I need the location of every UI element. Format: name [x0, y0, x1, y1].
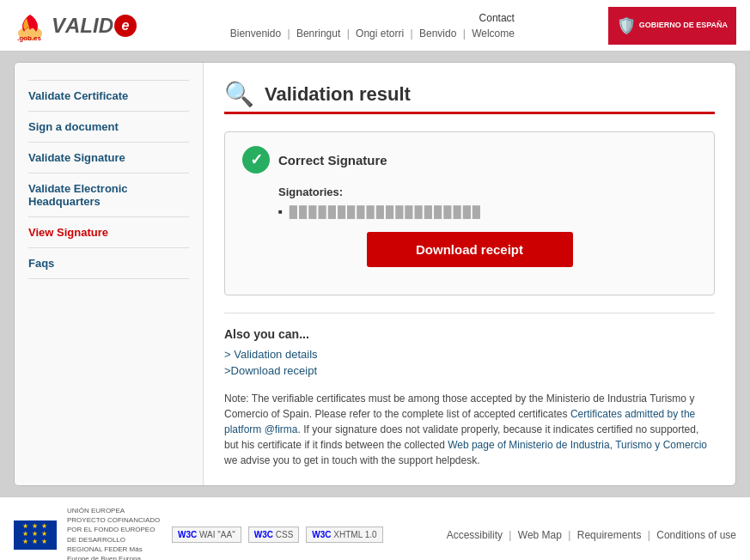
sidebar-item-sign-doc[interactable]: Sign a document: [28, 112, 189, 143]
also-download-receipt[interactable]: >Download receipt: [224, 364, 715, 377]
title-underline: [224, 112, 715, 114]
footer-left: ★ ★ ★★ ★ ★★ ★ ★ UNIÓN EUROPEA PROYECTO C…: [14, 506, 383, 560]
main-wrapper: Validate Certificate Sign a document Val…: [0, 52, 750, 496]
page-title: Validation result: [265, 83, 411, 106]
eu-text: UNIÓN EUROPEA PROYECTO COFINANCIADO POR …: [67, 506, 162, 560]
validation-icon: 🔍: [224, 80, 254, 108]
also-section: Also you can... > Validation details >Do…: [224, 313, 715, 377]
valide-e-circle: e: [114, 15, 137, 37]
check-icon: ✓: [242, 146, 270, 173]
valide-text-v: V: [52, 14, 65, 38]
signatory-name: ████████████████████: [290, 205, 482, 218]
badge-row: W3C WAI "AA" W3C CSS W3C XHTML 1.0: [172, 527, 383, 543]
note-link-ministerio[interactable]: Web page of Ministerio de Industria, Tur…: [448, 439, 707, 451]
sidebar-item-faqs[interactable]: Faqs: [28, 248, 189, 279]
gov-logo-text: GOBIERNO DE ESPAÑA: [639, 21, 728, 31]
footer-links: Accessibility | Web Map | Requirements |…: [447, 529, 736, 541]
header-nav: Contact Bienvenido | Benringut | Ongi et…: [230, 12, 515, 40]
gov-logo: 🛡️ GOBIERNO DE ESPAÑA: [608, 7, 736, 45]
sidebar: Validate Certificate Sign a document Val…: [15, 63, 204, 485]
footer-accessibility[interactable]: Accessibility: [447, 529, 503, 541]
css-badge: W3C CSS: [248, 527, 300, 543]
note-text-after: we advise you to get in touch with the s…: [224, 454, 480, 466]
signatory-bullet: ■: [278, 208, 283, 216]
also-title: Also you can...: [224, 327, 715, 341]
valide-text-alid: ALID: [65, 14, 113, 38]
page-title-row: 🔍 Validation result: [224, 80, 715, 108]
sidebar-item-view-sig[interactable]: View Signature: [28, 217, 189, 248]
correct-sig-row: ✓ Correct Signature: [242, 146, 697, 173]
nav-welcome[interactable]: Welcome: [472, 27, 515, 40]
sidebar-item-validate-hq[interactable]: Validate Electronic Headquarters: [28, 173, 189, 217]
nav-benringut[interactable]: Benringut: [296, 27, 340, 40]
result-box: ✓ Correct Signature Signatories: ■ █████…: [224, 131, 715, 295]
correct-sig-label: Correct Signature: [278, 153, 387, 167]
main-container: Validate Certificate Sign a document Val…: [14, 62, 736, 486]
signatory-row: ■ ████████████████████: [278, 205, 697, 218]
sidebar-item-validate-cert[interactable]: Validate Certificate: [28, 80, 189, 112]
download-receipt-button[interactable]: Download receipt: [367, 232, 573, 267]
wai-badge: W3C WAI "AA": [172, 527, 241, 543]
xhtml-badge: W3C XHTML 1.0: [306, 527, 382, 543]
signatories-label: Signatories:: [278, 186, 697, 198]
also-validation-details[interactable]: > Validation details: [224, 348, 715, 361]
contact-label: Contact: [479, 12, 515, 24]
footer-conditions[interactable]: Conditions of use: [656, 529, 736, 541]
svg-text:.gob.es: .gob.es: [17, 34, 42, 42]
site-header: .gob.es V ALID e Contact Bienvenido | Be…: [0, 0, 750, 52]
content-area: 🔍 Validation result ✓ Correct Signature …: [204, 63, 735, 485]
nav-benvido[interactable]: Benvido: [419, 27, 456, 40]
header-links: Bienvenido | Benringut | Ongi etorri | B…: [230, 27, 515, 40]
valide-logo: V ALID e: [52, 14, 137, 38]
eu-flag: ★ ★ ★★ ★ ★★ ★ ★: [14, 520, 57, 550]
footer-webmap[interactable]: Web Map: [518, 529, 562, 541]
site-footer: ★ ★ ★★ ★ ★★ ★ ★ UNIÓN EUROPEA PROYECTO C…: [0, 496, 750, 560]
gov-shield-icon: 🛡️: [617, 16, 636, 35]
note-section: Note: The verifiable certificates must b…: [224, 391, 715, 468]
sidebar-item-validate-sig[interactable]: Validate Signature: [28, 143, 189, 173]
nav-bienvenido[interactable]: Bienvenido: [230, 27, 281, 40]
logo-area: .gob.es V ALID e: [14, 9, 137, 42]
nav-ongi[interactable]: Ongi etorri: [356, 27, 404, 40]
footer-requirements[interactable]: Requirements: [577, 529, 642, 541]
gob-flame-logo: .gob.es: [14, 9, 46, 42]
